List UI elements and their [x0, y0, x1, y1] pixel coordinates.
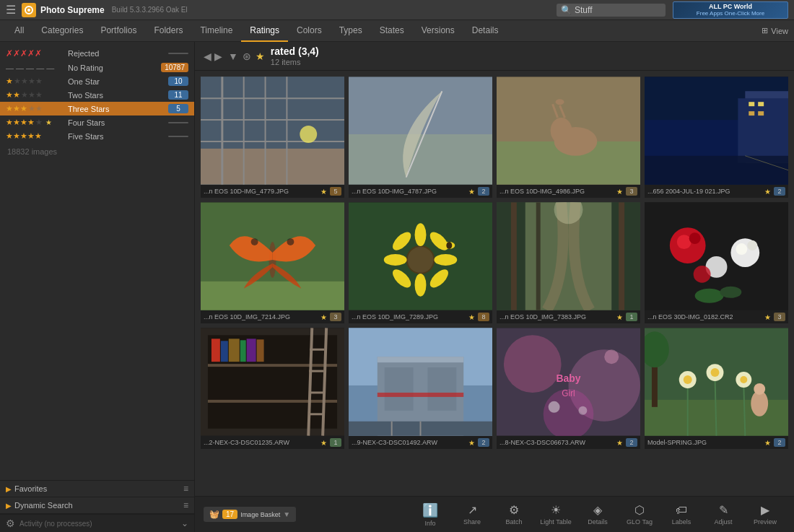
- tool-adjust[interactable]: ✎ Adjust: [703, 499, 743, 531]
- photo-thumb-0: [201, 77, 344, 185]
- sidebar-section-favorites[interactable]: ▶ Favorites ≡: [0, 481, 194, 497]
- photo-item-4[interactable]: ...n EOS 10D_IMG_7214.JPG ★ 3: [201, 202, 344, 323]
- svg-point-51: [446, 242, 452, 249]
- svg-rect-80: [247, 339, 256, 362]
- batch-icon: ⚙: [509, 503, 519, 517]
- photo-item-9[interactable]: ...9-NEX-C3-DSC01492.ARW ★ 2: [349, 328, 492, 449]
- filter-icon[interactable]: ▼: [228, 51, 238, 62]
- glotag-label: GLO Tag: [627, 518, 653, 526]
- photo-item-10[interactable]: Baby Girl ...8-NEX-C3-DSC06673.ARW ★ 2: [497, 328, 640, 449]
- rating-threestars[interactable]: ★★★★★ Three Stars 5: [0, 102, 194, 115]
- stack-icon[interactable]: ⊛: [243, 51, 251, 62]
- search-box[interactable]: 🔍: [557, 4, 666, 17]
- photo-item-0[interactable]: ...n EOS 10D-IMG_4779.JPG ★ 5: [201, 77, 344, 198]
- photo-star-6: ★: [616, 313, 623, 321]
- lighttable-icon: ☀: [551, 503, 561, 517]
- search-input[interactable]: [575, 5, 661, 15]
- photo-caption-3: ...656 2004-JUL-19 021.JPG ★ 2: [645, 185, 788, 198]
- tab-categories[interactable]: Categories: [32, 20, 92, 42]
- sidebar-bottom: ▶ Favorites ≡ ▶ Dynamic Search ≡ ⚙ Activ…: [0, 480, 194, 532]
- tool-lighttable[interactable]: ☀ Light Table: [536, 499, 576, 531]
- svg-point-106: [578, 406, 587, 415]
- filter-icons: ▼ ⊛ ★: [228, 51, 265, 62]
- svg-text:Girl: Girl: [562, 388, 575, 398]
- tab-folders[interactable]: Folders: [145, 20, 191, 42]
- photo-caption-11: Model-SPRING.JPG ★ 2: [645, 436, 788, 449]
- photo-item-5[interactable]: ...n EOS 10D_IMG_7289.JPG ★ 8: [349, 202, 492, 323]
- rating-label-onestar: One Star: [68, 77, 164, 86]
- photo-item-11[interactable]: Model-SPRING.JPG ★ 2: [645, 328, 788, 449]
- svg-point-70: [720, 287, 741, 298]
- svg-point-43: [384, 254, 407, 266]
- photo-rating-7: 3: [774, 313, 785, 321]
- tool-batch[interactable]: ⚙ Batch: [494, 499, 534, 531]
- photo-star-3: ★: [764, 188, 771, 196]
- rating-onestar[interactable]: ★★★★★ One Star 10: [0, 74, 194, 88]
- tool-preview[interactable]: ▶ Preview: [745, 499, 785, 531]
- rating-fivestars[interactable]: ★★★★★ Five Stars: [0, 129, 194, 143]
- activity-text: Activity (no processes): [19, 520, 177, 528]
- rating-norating[interactable]: — — — — — No Rating 10787: [0, 61, 194, 74]
- settings-icon[interactable]: ⚙: [6, 518, 15, 529]
- photo-item-8[interactable]: ...2-NEX-C3-DSC01235.ARW ★ 1: [201, 328, 344, 449]
- options-icon-favorites[interactable]: ≡: [183, 484, 188, 494]
- star-filter-icon[interactable]: ★: [256, 51, 265, 62]
- image-count: 18832 images: [0, 143, 194, 160]
- tab-ratings[interactable]: Ratings: [241, 20, 288, 42]
- photo-item-6[interactable]: ...n EOS 10D_IMG_7383.JPG ★ 1: [497, 202, 640, 323]
- options-icon-dynamic[interactable]: ≡: [183, 500, 188, 510]
- tool-info[interactable]: ℹ️ Info: [410, 499, 450, 531]
- photo-item-2[interactable]: ...n EOS 10D-IMG_4986.JPG ★ 3: [497, 77, 640, 198]
- tab-states[interactable]: States: [371, 20, 413, 42]
- tab-types[interactable]: Types: [331, 20, 371, 42]
- details-label: Details: [588, 518, 608, 526]
- toolbar-tools: ℹ️ Info ↗ Share ⚙ Batch ☀ Light Table ◈: [410, 499, 785, 531]
- rating-twostars[interactable]: ★★★★★ Two Stars 11: [0, 88, 194, 102]
- view-label: View: [771, 27, 788, 35]
- tool-share[interactable]: ↗ Share: [452, 499, 492, 531]
- arrow-icon-dynamic: ▶: [6, 502, 12, 510]
- dynamic-label: Dynamic Search: [14, 501, 183, 510]
- photo-name-11: Model-SPRING.JPG: [647, 439, 762, 446]
- rating-count-fivestars: [168, 136, 188, 137]
- photo-item-3[interactable]: ...656 2004-JUL-19 021.JPG ★ 2: [645, 77, 788, 198]
- photo-star-10: ★: [616, 439, 623, 447]
- tab-colors[interactable]: Colors: [288, 20, 331, 42]
- basket-arrow: ▼: [283, 510, 290, 518]
- photo-caption-6: ...n EOS 10D_IMG_7383.JPG ★ 1: [497, 310, 640, 323]
- tab-versions[interactable]: Versions: [413, 20, 463, 42]
- share-icon: ↗: [468, 503, 477, 517]
- photo-caption-10: ...8-NEX-C3-DSC06673.ARW ★ 2: [497, 436, 640, 449]
- tool-glotag[interactable]: ⬡ GLO Tag: [619, 499, 660, 531]
- photo-thumb-1: [349, 77, 492, 185]
- tab-timeline[interactable]: Timeline: [191, 20, 241, 42]
- tool-details[interactable]: ◈ Details: [577, 499, 618, 531]
- basket-counter[interactable]: 🧺 17 Image Basket ▼: [204, 507, 296, 522]
- svg-rect-77: [221, 341, 228, 362]
- back-arrow[interactable]: ◀: [204, 51, 211, 62]
- photo-thumb-9: [349, 328, 492, 436]
- tool-labels[interactable]: 🏷 Labels: [661, 499, 702, 531]
- svg-point-44: [434, 254, 457, 266]
- svg-rect-81: [257, 339, 264, 362]
- svg-point-115: [711, 368, 720, 377]
- photo-item-7[interactable]: ...n EOS 30D-IMG_0182.CR2 ★ 3: [645, 202, 788, 323]
- hamburger-icon[interactable]: ☰: [6, 3, 16, 17]
- view-toggle[interactable]: ⊞ View: [762, 26, 788, 35]
- photo-thumb-3: [645, 77, 788, 185]
- favorites-label: Favorites: [14, 484, 183, 493]
- rating-stars-rejected: ✗✗✗✗✗: [6, 48, 64, 58]
- photo-item-1[interactable]: ...n EOS 10D-IMG_4787.JPG ★ 2: [349, 77, 492, 198]
- rating-rejected[interactable]: ✗✗✗✗✗ Rejected: [0, 46, 194, 61]
- photo-rating-1: 2: [478, 187, 489, 196]
- app-subtitle: Build 5.3.3.2966 Oak El: [112, 6, 188, 14]
- forward-arrow[interactable]: ▶: [214, 51, 222, 62]
- tab-all[interactable]: All: [6, 20, 32, 42]
- rating-fourstars[interactable]: ★★★★★ ★ Four Stars: [0, 115, 194, 129]
- photo-caption-2: ...n EOS 10D-IMG_4986.JPG ★ 3: [497, 185, 640, 198]
- tab-portfolios[interactable]: Portfolios: [92, 20, 145, 42]
- expand-icon[interactable]: ⌄: [181, 518, 188, 528]
- sidebar: ✗✗✗✗✗ Rejected — — — — — No Rating 10787…: [0, 42, 195, 532]
- tab-details[interactable]: Details: [463, 20, 507, 42]
- sidebar-section-dynamic[interactable]: ▶ Dynamic Search ≡: [0, 497, 194, 514]
